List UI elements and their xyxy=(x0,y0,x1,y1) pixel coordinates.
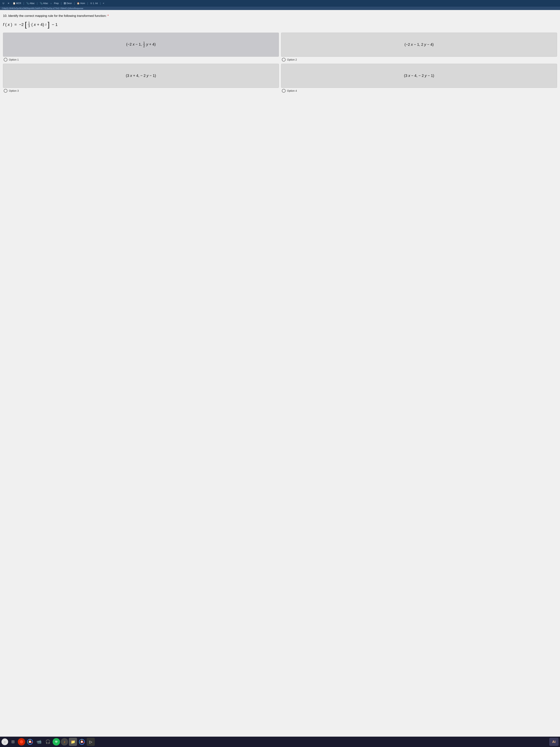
option-2-label-row: Option 2 xyxy=(281,58,557,61)
taskbar-headphones-icon[interactable]: 🎧 xyxy=(44,738,52,746)
formula-bracket-right: ] xyxy=(48,21,50,28)
option-box-2[interactable]: (−2 x − 1, 2 y − 4) xyxy=(281,33,557,57)
taskbar-ai-label[interactable]: Ai xyxy=(549,738,559,746)
formula-plus: + 4) xyxy=(37,22,44,27)
option-1-text: (−2 x − 1, 1 2 y + 4) xyxy=(126,41,156,48)
taskbar: ○ ⊞ 📹 🎧 ♪ 📁 ▷ Ai xyxy=(0,737,560,747)
separator-3: » xyxy=(50,2,52,5)
formula-fx: f xyxy=(3,22,4,27)
option-3-radio[interactable] xyxy=(4,89,7,93)
separator-4: | xyxy=(61,2,62,5)
formula-equals: = xyxy=(15,22,17,27)
top-navigation-bar: U ✕ 📋 MCR | 📎 Attac | 📎 Attac » Prep | 🖼… xyxy=(0,0,560,7)
nav-extra[interactable]: < xyxy=(102,2,105,5)
question-number: 10. xyxy=(3,14,7,18)
option-1-radio[interactable] xyxy=(4,58,7,61)
option-box-4[interactable]: (3 x − 4, − 2 y − 1) xyxy=(281,64,557,88)
option-2-label: Option 2 xyxy=(287,58,297,61)
nav-hom[interactable]: 🏠 Hom xyxy=(76,2,86,5)
separator-6: | xyxy=(87,2,88,5)
taskbar-chrome-icon[interactable] xyxy=(26,738,34,746)
fraction-denominator: 3 xyxy=(28,25,30,28)
option-box-1[interactable]: (−2 x − 1, 1 2 y + 4) xyxy=(3,33,279,57)
taskbar-record-button[interactable] xyxy=(18,738,25,746)
taskbar-files-icon[interactable]: 📁 xyxy=(69,738,77,746)
option-item-2: (−2 x − 1, 2 y − 4) Option 2 xyxy=(281,33,557,61)
option-3-label-row: Option 3 xyxy=(3,89,279,93)
url-bar: CAlpQLSfHK0vDpr9KuOM3Nqm66LOaNFcK7TESwOq… xyxy=(0,7,560,10)
svg-point-0 xyxy=(20,740,23,744)
taskbar-music-icon[interactable]: ♪ xyxy=(61,738,68,746)
svg-point-2 xyxy=(29,741,31,743)
separator-2: | xyxy=(37,2,37,5)
formula-minus1: − 1 xyxy=(52,22,58,27)
option-1-label-row: Option 1 xyxy=(3,58,279,61)
question-body: Identify the correct mapping rule for th… xyxy=(8,14,107,18)
option-box-3[interactable]: (3 x + 4, − 2 y − 1) xyxy=(3,64,279,88)
taskbar-grid-icon[interactable]: ⊞ xyxy=(9,738,17,746)
main-content: 10. Identify the correct mapping rule fo… xyxy=(0,10,560,737)
nav-mcr[interactable]: 📋 MCR xyxy=(12,2,22,5)
nav-u[interactable]: U xyxy=(1,2,5,5)
nav-close[interactable]: ✕ xyxy=(6,2,10,5)
formula-display: f ( x ) = −2 [ 1 3 ( x + 4) 2 ] − 1 xyxy=(3,21,557,28)
option-1-label: Option 1 xyxy=(9,58,19,61)
url-text: CAlpQLSfHK0vDpr9KuOM3Nqm66LOaNFcK7TESwOq… xyxy=(2,7,83,9)
option-4-label: Option 4 xyxy=(287,89,297,92)
taskbar-home-circle[interactable]: ○ xyxy=(1,739,8,745)
option-3-label: Option 3 xyxy=(9,89,19,92)
formula-paren-close: ) xyxy=(11,22,12,27)
formula-x: x xyxy=(7,22,10,27)
option-4-text: (3 x − 4, − 2 y − 1) xyxy=(404,74,434,78)
svg-point-8 xyxy=(81,741,83,743)
separator-5: | xyxy=(74,2,75,5)
formula-fraction: 1 3 xyxy=(28,21,30,28)
taskbar-spotify-icon[interactable] xyxy=(53,738,60,746)
nav-prep[interactable]: Prep xyxy=(53,2,60,5)
option-2-radio[interactable] xyxy=(282,58,286,61)
options-grid: (−2 x − 1, 1 2 y + 4) Option 1 xyxy=(3,33,557,93)
formula-bracket-left: [ xyxy=(25,21,27,28)
nav-attac-1[interactable]: 📎 Attac xyxy=(25,2,36,5)
option-4-label-row: Option 4 xyxy=(281,89,557,93)
option-4-radio[interactable] xyxy=(282,89,286,93)
option-2-text: (−2 x − 1, 2 y − 4) xyxy=(404,43,433,47)
question-text: 10. Identify the correct mapping rule fo… xyxy=(3,14,557,18)
required-marker: * xyxy=(107,14,109,18)
formula-paren-open: ( xyxy=(5,22,6,27)
option-item-3: (3 x + 4, − 2 y − 1) Option 3 xyxy=(3,64,279,93)
option-item-1: (−2 x − 1, 1 2 y + 4) Option 1 xyxy=(3,33,279,61)
taskbar-play-icon[interactable]: ▷ xyxy=(87,738,95,746)
separator-1: | xyxy=(23,2,24,5)
nav-attac-2[interactable]: 📎 Attac xyxy=(39,2,49,5)
separator-7: | xyxy=(100,2,101,5)
nav-desn[interactable]: 🖼 Desn xyxy=(62,2,73,5)
fraction-numerator: 1 xyxy=(28,21,30,25)
option-item-4: (3 x − 4, − 2 y − 1) Option 4 xyxy=(281,64,557,93)
taskbar-video-icon[interactable]: 📹 xyxy=(35,738,43,746)
nav-int[interactable]: ① 1. Int xyxy=(89,2,99,5)
formula-inner-open: ( xyxy=(31,22,33,27)
option-3-text: (3 x + 4, − 2 y − 1) xyxy=(126,74,156,78)
formula-neg2: −2 xyxy=(19,22,24,27)
formula-inner-x: x xyxy=(34,22,36,27)
taskbar-chrome2-icon[interactable] xyxy=(78,738,86,746)
